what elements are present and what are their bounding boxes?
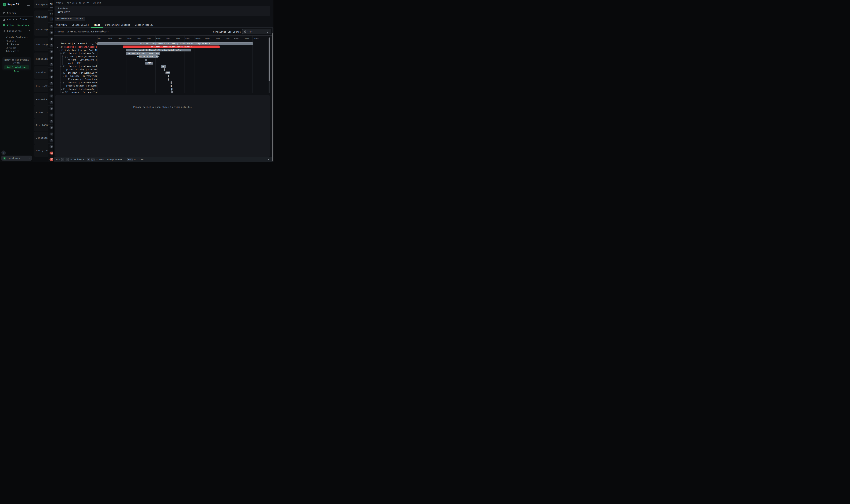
chevron-down-icon[interactable] [62, 75, 64, 77]
pin-icon[interactable] [50, 94, 53, 97]
pin-icon[interactable] [50, 113, 53, 116]
pin-icon[interactable] [50, 69, 53, 72]
pin-icon[interactable] [50, 63, 53, 66]
event-row[interactable] [48, 49, 53, 55]
span-tree-row[interactable]: cart | GetCartAsync called… [54, 58, 97, 61]
chevron-down-icon[interactable] [62, 56, 64, 57]
span-bar[interactable]: ( [170, 81, 172, 84]
session-list-item[interactable]: Walton9@ho [34, 38, 48, 51]
event-row[interactable] [48, 55, 53, 61]
event-row[interactable] [48, 68, 53, 74]
event-row[interactable] [48, 87, 53, 93]
span-bar[interactable]: otel [161, 65, 166, 68]
span-bar[interactable]: ( [170, 85, 172, 87]
event-row[interactable] [48, 150, 53, 156]
pin-icon[interactable] [50, 139, 53, 142]
terminal-icon[interactable] [50, 158, 53, 161]
pin-icon[interactable] [50, 107, 53, 110]
pin-icon[interactable] [50, 101, 53, 104]
event-row[interactable] [48, 112, 53, 118]
service-name-chip[interactable]: ServiceName: frontend [55, 17, 85, 21]
pin-icon[interactable] [50, 82, 53, 85]
help-button[interactable]: ? [1, 150, 6, 155]
span-tree-row[interactable]: (11)checkout | prepareOrderItemsAnd… [54, 49, 97, 52]
span-bar[interactable]: prepareOrderItemsAndShippingQuoteFromCar… [126, 49, 191, 51]
search-input[interactable]: Sea [49, 12, 53, 16]
span-tree-row[interactable]: product-catalog | oteldemo.Prod… [54, 84, 97, 88]
span-bar[interactable]: ( [171, 88, 173, 90]
session-list-item[interactable]: Roderick_S [34, 53, 48, 65]
event-row[interactable] [48, 30, 53, 36]
session-list-item[interactable]: Anonymous [34, 11, 48, 23]
span-tree-row[interactable]: (2)checkout | oteldemo.CheckoutServic… [54, 46, 97, 49]
span-bar[interactable]: oteldemo.CartService/GetCart [126, 52, 160, 55]
pin-icon[interactable] [50, 56, 53, 59]
pin-icon[interactable] [50, 126, 53, 129]
pin-icon[interactable] [50, 44, 53, 47]
span-bar[interactable]: ( [171, 91, 173, 93]
span-bar[interactable]: ( [145, 59, 147, 61]
close-icon[interactable] [267, 158, 270, 161]
chevron-down-icon[interactable] [62, 92, 64, 93]
pin-icon[interactable] [50, 50, 53, 53]
preset-clickhouse[interactable]: Clickhouse [0, 42, 33, 46]
span-tree-row[interactable]: (1)currency | Currency/Convert [54, 74, 97, 78]
sidebar-collapse-icon[interactable] [27, 3, 30, 5]
session-list-item[interactable]: Ernesto33 [34, 106, 48, 119]
span-bar[interactable]: ( [164, 68, 165, 71]
span-bar[interactable]: ( [168, 78, 169, 80]
chevron-down-icon[interactable] [57, 46, 58, 48]
local-mode-menu[interactable]: U Local mode [1, 156, 32, 161]
pin-icon[interactable] [50, 37, 53, 40]
tab-trace[interactable]: Trace [91, 22, 103, 27]
event-row[interactable] [48, 61, 53, 68]
strip-button[interactable]: H [50, 17, 53, 21]
span-bar[interactable]: HGET [145, 62, 153, 64]
swap-icon[interactable] [50, 151, 53, 155]
span-tree-row[interactable]: (1)checkout | oteldemo.CurrencySe… [54, 88, 97, 91]
pin-icon[interactable] [50, 88, 53, 91]
chevron-down-icon[interactable] [59, 49, 60, 51]
event-row[interactable] [48, 131, 53, 137]
span-tree-row[interactable]: currency | Convert convers… [54, 78, 97, 81]
session-list-item[interactable]: Deion37@gm [34, 23, 48, 36]
sidebar-item-client-sessions[interactable]: Client Sessions [0, 22, 33, 28]
event-row[interactable] [48, 137, 53, 144]
span-bar[interactable]: otel [165, 72, 170, 74]
waterfall-scrollbar-thumb[interactable] [269, 37, 270, 81]
span-tree-row[interactable]: frontend | HTTP POST http://frontend:… [54, 42, 97, 46]
span-tree-row[interactable]: cart | HGET [54, 61, 97, 65]
sidebar-item-search[interactable]: Search [0, 10, 33, 16]
pin-icon[interactable] [50, 145, 53, 148]
span-tree-row[interactable]: product-catalog | oteldemo.Prod… [54, 68, 97, 71]
span-bar[interactable]: HTTP POST http://frontend:8080/api/check… [97, 42, 253, 45]
chevron-down-icon[interactable] [60, 82, 62, 83]
session-list-item[interactable]: Howard.Ru [34, 93, 48, 106]
event-row[interactable] [48, 118, 53, 125]
pin-icon[interactable] [50, 25, 53, 28]
sidebar-item-dashboards[interactable]: Dashboards [0, 28, 33, 34]
chevron-down-icon[interactable] [60, 72, 62, 74]
event-row[interactable] [48, 74, 53, 80]
chevron-down-icon[interactable] [60, 53, 62, 54]
span-bar[interactable]: POST /oteldemo.Cart [139, 55, 158, 58]
session-list-item[interactable]: Jonathan.E [34, 131, 48, 144]
span-bar[interactable]: oteldemo.CheckoutService/PlaceOrder [123, 46, 220, 48]
session-list-item[interactable]: Kieran92@h [34, 80, 48, 92]
presets-toggle[interactable]: PRESETS [0, 39, 33, 43]
pin-icon[interactable] [50, 31, 53, 34]
span-tree-row[interactable]: (2)cart | POST /oteldemo.CartSe… [54, 55, 97, 58]
event-row[interactable] [48, 36, 53, 42]
event-row[interactable] [48, 144, 53, 150]
chevron-down-icon[interactable] [60, 66, 62, 67]
span-tree-row[interactable]: (1)checkout | oteldemo.ProductCat… [54, 81, 97, 84]
session-list-item[interactable]: Shaniya.So [34, 66, 48, 79]
page-scrollbar-thumb[interactable] [272, 33, 273, 161]
event-row[interactable] [48, 99, 53, 106]
pin-icon[interactable] [50, 120, 53, 123]
get-started-button[interactable]: Get Started for Free [4, 66, 29, 69]
span-tree-row[interactable]: (1)checkout | oteldemo.CartServic… [54, 52, 97, 55]
event-row[interactable] [48, 125, 53, 131]
event-row[interactable] [48, 156, 53, 162]
event-row[interactable] [48, 93, 53, 99]
